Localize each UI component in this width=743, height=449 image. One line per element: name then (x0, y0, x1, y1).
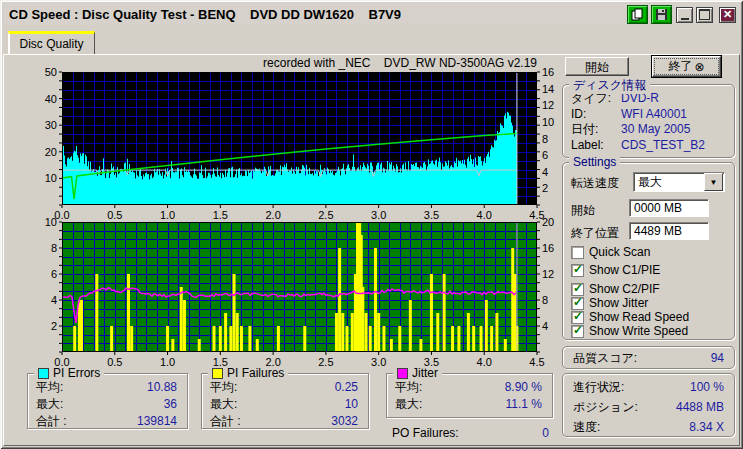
svg-text:3.0: 3.0 (371, 356, 386, 368)
stat-row: 最大:11.1 % (387, 395, 552, 412)
stat-row: 最大:36 (28, 395, 187, 412)
settings-box: Settings 転送速度 最大 ▼ 開始 終了位置 Quick ScanSho… (562, 162, 735, 340)
disc-info-value: 30 May 2005 (621, 122, 690, 138)
stat-value: 10 (345, 396, 358, 412)
checkbox-show-c1-pie[interactable]: Show C1/PIE (571, 263, 660, 277)
svg-text:50: 50 (45, 66, 57, 78)
disc-info-box: ディスク情報 タイプ:DVD-R ID:WFI A40001 日付:30 May… (562, 84, 735, 158)
stat-label: 最大: (210, 396, 237, 412)
pi-failures-jitter-chart: 0.00.51.01.52.02.53.03.54.04.52468104812… (30, 212, 560, 368)
svg-text:40: 40 (45, 93, 57, 105)
jitter-stats-label: Jitter (412, 366, 438, 380)
speed-dropdown-button[interactable]: ▼ (704, 173, 723, 191)
end-position-input[interactable] (629, 222, 709, 240)
pi-errors-stats-label: PI Errors (53, 366, 100, 380)
svg-text:4.5: 4.5 (529, 356, 544, 368)
progress-value: 100 % (690, 379, 724, 395)
progress-label: 速度: (573, 419, 600, 435)
chart-header: recorded with _NEC DVD_RW ND-3500AG v2.1… (62, 56, 537, 70)
checkbox-show-write-speed[interactable]: Show Write Speed (571, 324, 688, 338)
checkbox-show-c2-pif[interactable]: Show C2/PIF (571, 282, 660, 296)
quality-score-label: 品質スコア: (573, 350, 637, 366)
settings-title: Settings (569, 155, 620, 169)
disc-info-title: ディスク情報 (569, 77, 650, 94)
app-window: CD Speed : Disc Quality Test - BENQ DVD … (0, 0, 743, 449)
pi-errors-stats-box: PI Errors 平均:10.88 最大:36 合計 :139814 (27, 373, 188, 429)
minimize-icon (681, 18, 689, 20)
tab-label: Disc Quality (19, 37, 83, 51)
disc-info-row: 日付:30 May 2005 (563, 122, 734, 138)
svg-text:12: 12 (542, 268, 554, 280)
svg-text:10: 10 (45, 172, 57, 184)
stat-row: 平均:10.88 (28, 378, 187, 395)
pi-errors-chart: 0.00.51.01.52.02.53.03.54.04.51020304050… (30, 60, 560, 220)
pi-errors-stats-title: PI Errors (34, 366, 104, 380)
checkbox-label: Show Write Speed (589, 324, 688, 338)
stat-label: 最大: (395, 396, 422, 412)
stat-label: 平均: (36, 379, 63, 395)
pi-failures-stats-box: PI Failures 平均:0.25 最大:10 合計 :3032 (201, 373, 369, 429)
progress-label: ポジション: (573, 399, 638, 415)
stat-label: 平均: (210, 379, 237, 395)
start-button[interactable]: 開始 (565, 57, 629, 76)
copy-button[interactable] (627, 5, 648, 24)
svg-text:4: 4 (542, 320, 548, 332)
circled-x-icon: ⊗ (694, 60, 704, 74)
disc-info-row: Label:CDS_TEST_B2 (563, 138, 734, 154)
progress-row: ポジション:4488 MB (563, 397, 734, 417)
disc-info-label: ID: (571, 107, 621, 123)
svg-text:4: 4 (51, 294, 57, 306)
svg-text:2.5: 2.5 (318, 356, 333, 368)
svg-text:1.0: 1.0 (160, 356, 175, 368)
svg-text:8: 8 (542, 133, 548, 145)
save-button[interactable] (651, 5, 672, 24)
svg-text:6: 6 (51, 268, 57, 280)
exit-button[interactable]: 終了 ⊗ (652, 56, 721, 77)
stat-row: 平均:0.25 (202, 378, 368, 395)
stat-label: 最大: (36, 396, 63, 412)
speed-select-value: 最大 (634, 174, 704, 191)
quality-score-box: 品質スコア: 94 (562, 346, 735, 369)
disc-info-value: CDS_TEST_B2 (621, 138, 705, 154)
jitter-stats-title: Jitter (393, 366, 442, 380)
checkbox-show-read-speed[interactable]: Show Read Speed (571, 310, 689, 324)
po-failures-row: PO Failures: 0 (392, 426, 549, 440)
start-position-input[interactable] (629, 199, 709, 217)
stat-value: 0.25 (335, 379, 358, 395)
checkbox-quick-scan[interactable]: Quick Scan (571, 245, 650, 259)
maximize-button[interactable] (696, 7, 713, 23)
svg-text:6: 6 (542, 149, 548, 161)
stat-value: 3032 (331, 413, 358, 429)
disc-info-row: ID:WFI A40001 (563, 107, 734, 123)
speed-select[interactable]: 最大 ▼ (633, 172, 725, 192)
svg-text:8: 8 (51, 242, 57, 254)
po-failures-label: PO Failures: (392, 426, 459, 440)
svg-text:8: 8 (542, 294, 548, 306)
progress-box: 進行状況:100 % ポジション:4488 MB 速度:8.34 X (562, 373, 735, 437)
save-icon (655, 8, 668, 21)
minimize-button[interactable] (676, 7, 693, 23)
checkbox-label: Show C1/PIE (589, 263, 660, 277)
svg-text:20: 20 (542, 216, 554, 228)
exit-button-inner: 終了 ⊗ (654, 58, 719, 75)
stat-label: 合計 : (36, 413, 67, 429)
checkbox-label: Show Jitter (589, 296, 648, 310)
window-title: CD Speed : Disc Quality Test - BENQ DVD … (9, 7, 401, 22)
checkbox-checked-icon (571, 264, 584, 277)
titlebar-buttons: ✕ (627, 5, 736, 24)
jitter-swatch-icon (397, 368, 408, 379)
checkbox-unchecked-icon (571, 246, 584, 259)
close-button[interactable]: ✕ (719, 7, 736, 23)
maximize-icon (699, 9, 710, 20)
svg-text:0.5: 0.5 (107, 356, 122, 368)
svg-text:2: 2 (542, 182, 548, 194)
stat-value: 36 (164, 396, 177, 412)
disc-info-label: 日付: (571, 122, 621, 138)
progress-value: 8.34 X (689, 419, 724, 435)
pi-failures-swatch-icon (212, 368, 223, 379)
disc-info-value: WFI A40001 (621, 107, 687, 123)
svg-text:30: 30 (45, 119, 57, 131)
tab-disc-quality[interactable]: Disc Quality (8, 31, 95, 54)
speed-label: 転送速度 (571, 175, 619, 192)
stat-row: 平均:8.90 % (387, 378, 552, 395)
